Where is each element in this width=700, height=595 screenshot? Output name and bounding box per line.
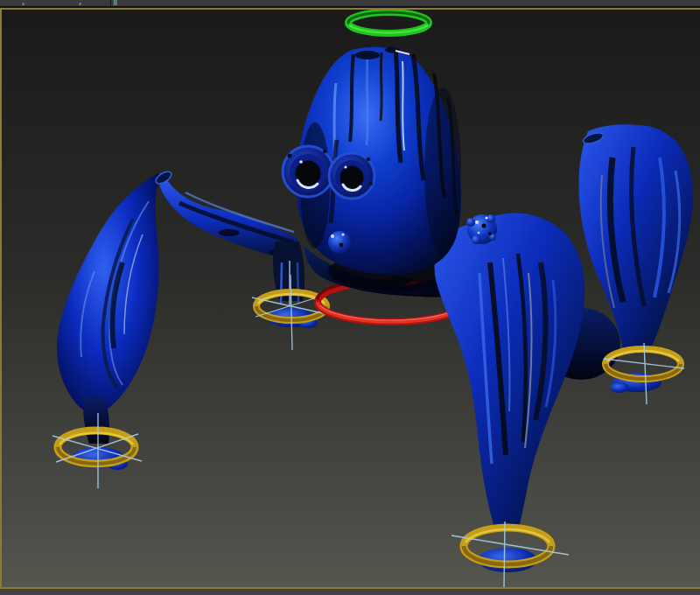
- application-window: , , ‖: [0, 0, 700, 595]
- toolbar-glyph: ,: [78, 0, 82, 5]
- toolbar-divider: [110, 0, 111, 6]
- toolbar-glyph: ‖: [113, 0, 117, 5]
- viewport-border-left: [0, 10, 2, 587]
- top-toolbar-fragment: , , ‖: [0, 0, 700, 6]
- right-eye[interactable]: [328, 152, 375, 200]
- viewport-3d[interactable]: [0, 0, 700, 595]
- bottom-panel-fragment: [0, 589, 700, 595]
- toolbar-glyph: ,: [21, 0, 25, 5]
- left-eye[interactable]: [282, 145, 334, 198]
- ankle: [83, 396, 109, 444]
- viewport-border-top: [0, 8, 700, 10]
- hip-knob[interactable]: [328, 231, 351, 254]
